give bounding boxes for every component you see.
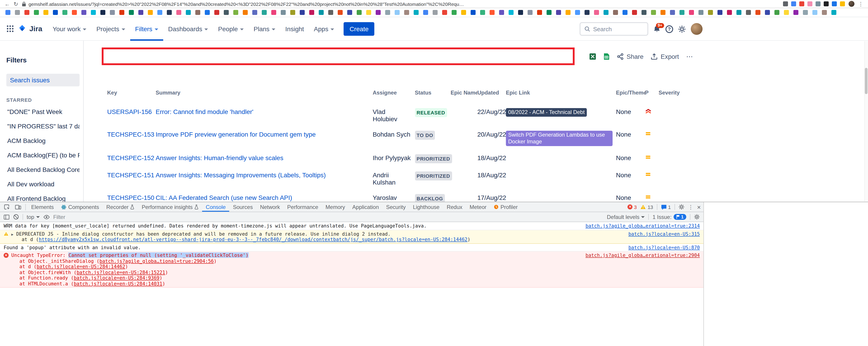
search-input[interactable]: [593, 26, 644, 32]
column-header-key[interactable]: Key: [107, 90, 156, 104]
sidebar-filter-item[interactable]: "IN PROGRESS" last 7 days: [6, 119, 80, 134]
bookmark-favicon[interactable]: [556, 10, 561, 15]
extension-icon[interactable]: [832, 1, 837, 6]
bookmark-favicon[interactable]: [774, 10, 779, 15]
bookmark-favicon[interactable]: [831, 10, 836, 15]
sidebar-filter-item[interactable]: "DONE" Past Week: [6, 105, 80, 119]
column-header-status[interactable]: Status: [415, 90, 451, 104]
extension-icon[interactable]: [840, 1, 845, 6]
nav-item-apps[interactable]: Apps: [309, 17, 339, 40]
column-header-p[interactable]: P: [645, 90, 658, 104]
bookmark-favicon[interactable]: [547, 10, 552, 15]
bookmark-favicon[interactable]: [119, 10, 124, 15]
bookmark-favicon[interactable]: [433, 10, 438, 15]
extension-icon[interactable]: [807, 1, 812, 6]
bookmark-favicon[interactable]: [395, 10, 400, 15]
bookmark-favicon[interactable]: [366, 10, 371, 15]
bookmark-favicon[interactable]: [660, 10, 665, 15]
bookmark-favicon[interactable]: [717, 10, 722, 15]
devtools-tab-security[interactable]: Security: [382, 202, 409, 212]
devtools-menu-icon[interactable]: ⋮: [688, 204, 693, 210]
console-filter-input[interactable]: [53, 214, 603, 220]
issue-summary-link[interactable]: Answer Insights: Human-friendly value sc…: [156, 154, 283, 162]
bookmark-favicon[interactable]: [214, 10, 219, 15]
bookmark-favicon[interactable]: [471, 10, 475, 15]
device-toolbar-icon[interactable]: [15, 204, 21, 210]
bookmark-favicon[interactable]: [499, 10, 504, 15]
console-warning-counter[interactable]: 13: [640, 204, 653, 210]
app-switcher-icon[interactable]: [6, 25, 14, 33]
bookmark-favicon[interactable]: [53, 10, 58, 15]
bookmark-favicon[interactable]: [186, 10, 191, 15]
profile-avatar[interactable]: [691, 23, 703, 35]
bookmark-favicon[interactable]: [205, 10, 210, 15]
devtools-tab-elements[interactable]: Elements: [28, 202, 57, 212]
source-link[interactable]: batch.js?locale=en-US:284:15221: [76, 269, 165, 275]
settings-button[interactable]: [678, 25, 686, 33]
devtools-tab-sources[interactable]: Sources: [229, 202, 256, 212]
expand-arrow-icon[interactable]: ▶: [11, 232, 13, 237]
nav-item-dashboards[interactable]: Dashboards: [163, 17, 213, 40]
devtools-tab-components[interactable]: Components: [57, 202, 103, 212]
source-link[interactable]: batch.js?locale=en-US:284:14462: [37, 264, 125, 269]
browser-menu-icon[interactable]: ⋮: [858, 1, 864, 6]
nav-item-plans[interactable]: Plans: [249, 17, 280, 40]
inspect-element-icon[interactable]: [4, 204, 10, 210]
bookmark-favicon[interactable]: [613, 10, 618, 15]
bookmark-favicon[interactable]: [518, 10, 523, 15]
context-selector[interactable]: top: [27, 214, 39, 220]
bookmark-favicon[interactable]: [252, 10, 257, 15]
bookmark-favicon[interactable]: [5, 10, 10, 15]
sidebar-filter-item[interactable]: All Dev workload: [6, 177, 80, 191]
more-actions-icon[interactable]: ⋯: [686, 52, 693, 60]
bookmark-favicon[interactable]: [642, 10, 647, 15]
extension-icon[interactable]: [791, 1, 796, 6]
issue-summary-link[interactable]: CIL: AA Federated Search (use new Search…: [156, 194, 292, 201]
bookmark-favicon[interactable]: [195, 10, 200, 15]
bookmark-favicon[interactable]: [508, 10, 514, 15]
bookmark-favicon[interactable]: [176, 10, 181, 15]
bookmark-favicon[interactable]: [15, 10, 20, 15]
extension-icon[interactable]: [799, 1, 804, 6]
bookmark-favicon[interactable]: [784, 10, 789, 15]
back-icon[interactable]: ←: [4, 1, 10, 6]
log-levels-selector[interactable]: Default levels: [607, 214, 645, 220]
share-button[interactable]: Share: [617, 53, 644, 60]
sidebar-item-search-issues[interactable]: Search issues: [6, 74, 80, 86]
issue-summary-link[interactable]: Improve PDF preview generation for Docum…: [156, 131, 315, 138]
devtools-tab-console[interactable]: Console: [202, 202, 229, 212]
bookmark-favicon[interactable]: [452, 10, 457, 15]
bookmark-favicon[interactable]: [300, 10, 305, 15]
bookmark-favicon[interactable]: [423, 10, 428, 15]
devtools-close-icon[interactable]: ×: [697, 203, 701, 210]
bookmark-favicon[interactable]: [100, 10, 105, 15]
export-sheets-icon[interactable]: [603, 53, 610, 60]
bookmark-favicon[interactable]: [575, 10, 580, 15]
bookmark-favicon[interactable]: [338, 10, 343, 15]
bookmark-favicon[interactable]: [822, 10, 827, 15]
extension-icon[interactable]: [824, 1, 829, 6]
bookmark-favicon[interactable]: [148, 10, 153, 15]
bookmark-favicon[interactable]: [414, 10, 418, 15]
address-bar[interactable]: gemshelf.atlassian.net/issues/?jql=creat…: [22, 1, 779, 6]
bookmark-favicon[interactable]: [680, 10, 684, 15]
bookmark-favicon[interactable]: [737, 10, 741, 15]
bookmark-favicon[interactable]: [224, 10, 229, 15]
source-link[interactable]: batch.js?locale=en-US:284:9369: [74, 275, 159, 281]
bookmark-favicon[interactable]: [404, 10, 409, 15]
issues-counter[interactable]: 1: [661, 204, 671, 210]
bookmark-favicon[interactable]: [243, 10, 248, 15]
column-header-epic-theme[interactable]: Epic/Theme: [616, 90, 645, 104]
bookmark-favicon[interactable]: [670, 10, 675, 15]
page-scrollbar-track[interactable]: [864, 41, 868, 201]
bookmark-favicon[interactable]: [328, 10, 333, 15]
bookmark-favicon[interactable]: [91, 10, 96, 15]
bookmark-favicon[interactable]: [262, 10, 267, 15]
bookmark-favicon[interactable]: [281, 10, 286, 15]
column-header-severity[interactable]: Severity: [658, 90, 695, 104]
bookmark-favicon[interactable]: [565, 10, 570, 15]
issue-key-link[interactable]: TECHSPEC-152: [107, 154, 154, 162]
console-settings-icon[interactable]: [694, 214, 700, 220]
issue-key-link[interactable]: TECHSPEC-150: [107, 194, 154, 201]
bookmark-favicon[interactable]: [746, 10, 751, 15]
